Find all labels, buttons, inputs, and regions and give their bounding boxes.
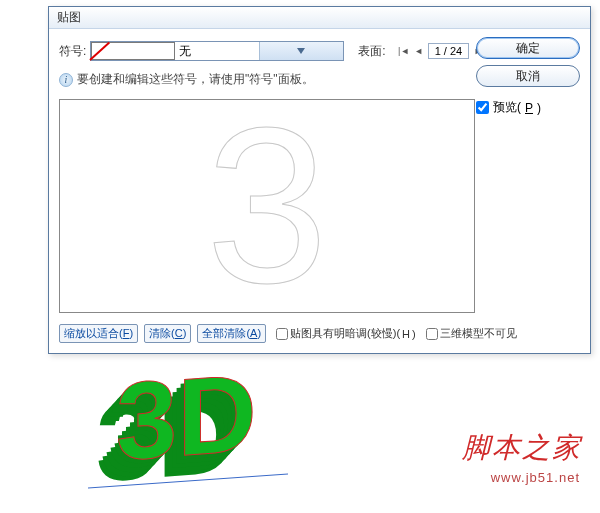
dialog-titlebar[interactable]: 贴图 [49,7,590,29]
preview-label-pre: 预览( [493,99,521,116]
watermark-url: www.jb51.net [491,470,580,485]
ok-button[interactable]: 确定 [476,37,580,59]
first-face-button[interactable]: |◄ [398,44,410,58]
clear-all-button[interactable]: 全部清除(A) [197,324,266,343]
preview-accel: P [525,101,533,115]
symbol-combo[interactable]: 无 [90,41,344,61]
face-label: 表面: [358,43,385,60]
scale-to-fit-button[interactable]: 缩放以适合(F) [59,324,138,343]
prev-face-button[interactable]: ◄ [413,44,425,58]
preview-label-suf: ) [537,101,541,115]
map-art-dialog: 贴图 符号: 无 表面: |◄ ◄ 1 / 24 ► ►| 确定 取消 [48,6,591,354]
clear-button[interactable]: 清除(C) [144,324,191,343]
preview-glyph: 3 [206,99,328,313]
cancel-button[interactable]: 取消 [476,65,580,87]
dialog-body: 符号: 无 表面: |◄ ◄ 1 / 24 ► ►| 确定 取消 [49,29,590,353]
info-icon: i [59,73,73,87]
canvas-3d-artwork: 3D 3D 3D 3D 3D 3D 3D [88,370,308,500]
preview-checkbox-input[interactable] [476,101,489,114]
svg-text:3D: 3D [116,370,257,483]
hint-text: 要创建和编辑这些符号，请使用"符号"面板。 [77,71,314,88]
shade-checkbox-input[interactable] [276,328,288,340]
watermark-logo: 脚本之家 [462,429,582,467]
invisible-geometry-checkbox[interactable]: 三维模型不可见 [426,326,517,341]
surface-preview: 3 [59,99,475,313]
shade-artwork-checkbox[interactable]: 贴图具有明暗调(较慢)(H) [276,326,416,341]
none-swatch-icon [91,42,175,60]
symbol-label: 符号: [59,43,86,60]
invisible-checkbox-input[interactable] [426,328,438,340]
chevron-down-icon[interactable] [259,42,343,60]
invisible-label: 三维模型不可见 [440,326,517,341]
symbol-value: 无 [175,43,259,60]
face-page-input[interactable]: 1 / 24 [428,43,470,59]
preview-checkbox[interactable]: 预览(P) [476,99,580,116]
dialog-title: 贴图 [57,9,81,26]
right-button-panel: 确定 取消 预览(P) [476,37,580,116]
bottom-controls: 缩放以适合(F) 清除(C) 全部清除(A) 贴图具有明暗调(较慢)(H) 三维… [59,324,580,343]
